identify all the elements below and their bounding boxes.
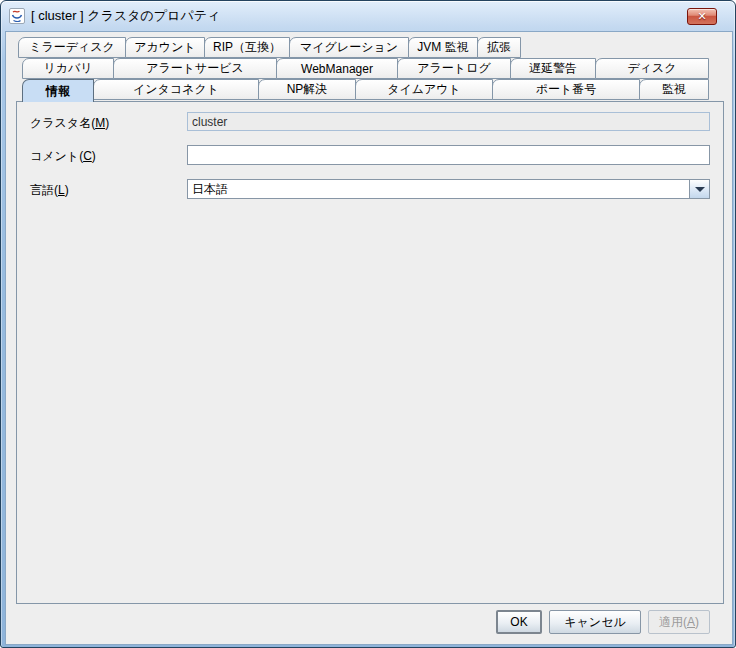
cluster-name-label-post: ) — [105, 116, 109, 130]
close-button[interactable]: ✕ — [687, 8, 717, 25]
cluster-name-mnemonic: M — [95, 116, 105, 130]
tab-alert-log[interactable]: アラートログ — [397, 58, 511, 79]
comment-input[interactable] — [187, 145, 710, 165]
info-tab-panel: クラスタ名(M) コメント(C) 言語(L) 日本語 — [16, 101, 724, 604]
apply-label-post: ) — [695, 615, 699, 629]
tab-recovery[interactable]: リカバリ — [22, 58, 114, 79]
language-combobox[interactable]: 日本語 — [187, 179, 710, 199]
chevron-down-icon — [695, 187, 705, 192]
tab-np-resolution[interactable]: NP解決 — [258, 79, 356, 100]
cluster-name-label: クラスタ名(M) — [30, 115, 109, 132]
cluster-properties-dialog: [ cluster ] クラスタのプロパティ ✕ ミラーディスク アカウント R… — [0, 0, 736, 648]
cluster-name-field — [187, 112, 710, 131]
cancel-button[interactable]: キャンセル — [549, 610, 641, 634]
apply-label-pre: 適用( — [659, 614, 687, 631]
titlebar[interactable]: [ cluster ] クラスタのプロパティ ✕ — [1, 1, 735, 31]
tab-rip-compat[interactable]: RIP（互換） — [204, 37, 290, 58]
tab-alert-service[interactable]: アラートサービス — [113, 58, 277, 79]
comment-mnemonic: C — [83, 149, 92, 163]
language-label-pre: 言語( — [30, 183, 58, 197]
tab-webmanager[interactable]: WebManager — [276, 58, 398, 79]
tab-mirror-disk[interactable]: ミラーディスク — [18, 37, 126, 58]
language-dropdown-button[interactable] — [689, 180, 709, 198]
tab-row-3: 情報 インタコネクト NP解決 タイムアウト ポート番号 監視 — [22, 79, 709, 102]
language-label-post: ) — [65, 183, 69, 197]
comment-label-post: ) — [92, 149, 96, 163]
apply-button: 適用(A) — [648, 610, 710, 634]
tab-row-2: リカバリ アラートサービス WebManager アラートログ 遅延警告 ディス… — [22, 58, 709, 79]
tab-delay-warning[interactable]: 遅延警告 — [510, 58, 596, 79]
cluster-name-label-pre: クラスタ名( — [30, 116, 95, 130]
tab-interconnect[interactable]: インタコネクト — [93, 79, 259, 100]
tab-port-number[interactable]: ポート番号 — [492, 79, 640, 100]
tab-account[interactable]: アカウント — [125, 37, 205, 58]
tab-extension[interactable]: 拡張 — [477, 37, 521, 58]
tab-monitor[interactable]: 監視 — [639, 79, 709, 100]
language-label: 言語(L) — [30, 182, 69, 199]
java-app-icon — [9, 8, 25, 24]
tab-disk[interactable]: ディスク — [595, 58, 709, 79]
tab-jvm-monitor[interactable]: JVM 監視 — [408, 37, 478, 58]
comment-label: コメント(C) — [30, 148, 96, 165]
tab-info[interactable]: 情報 — [22, 79, 94, 102]
tab-row-1: ミラーディスク アカウント RIP（互換） マイグレーション JVM 監視 拡張 — [18, 37, 521, 58]
tab-timeout[interactable]: タイムアウト — [355, 79, 493, 100]
tab-migration[interactable]: マイグレーション — [289, 37, 409, 58]
apply-mnemonic: A — [687, 615, 695, 629]
language-mnemonic: L — [58, 183, 65, 197]
ok-button[interactable]: OK — [496, 610, 542, 634]
dialog-content: ミラーディスク アカウント RIP（互換） マイグレーション JVM 監視 拡張… — [5, 31, 733, 645]
language-selected-value: 日本語 — [188, 181, 689, 198]
window-title: [ cluster ] クラスタのプロパティ — [31, 7, 220, 25]
dialog-button-row: OK キャンセル 適用(A) — [496, 610, 710, 634]
comment-label-pre: コメント( — [30, 149, 83, 163]
